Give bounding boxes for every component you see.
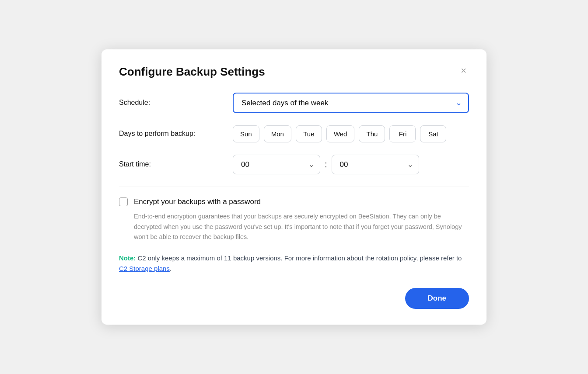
dialog-title: Configure Backup Settings [119,65,265,79]
time-colon: : [325,159,327,170]
minute-select-wrapper: 00 15 30 45 ⌄ [332,155,419,174]
start-time-label: Start time: [119,160,233,168]
close-button[interactable]: × [458,65,469,76]
schedule-label: Schedule: [119,99,233,107]
note-label: Note: [119,254,136,262]
encrypt-description: End-to-end encryption guarantees that yo… [119,211,469,243]
encrypt-checkbox[interactable] [119,197,128,206]
days-label: Days to perform backup: [119,130,233,138]
configure-backup-dialog: Configure Backup Settings × Schedule: Da… [102,49,486,325]
encrypt-section: Encrypt your backups with a password End… [119,197,469,243]
minute-select[interactable]: 00 15 30 45 [332,155,419,174]
divider [119,187,469,187]
days-group: Sun Mon Tue Wed Thu Fri Sat [233,125,469,142]
time-row: 00 01 02 03 04 05 06 07 08 09 10 11 12 1… [233,155,469,174]
day-button-tue[interactable]: Tue [296,125,322,142]
schedule-select[interactable]: Daily Weekly Selected days of the week M… [233,93,469,113]
day-button-thu[interactable]: Thu [359,125,385,142]
days-control: Sun Mon Tue Wed Thu Fri Sat [233,125,469,142]
dialog-footer: Done [119,288,469,309]
encrypt-row: Encrypt your backups with a password [119,197,469,206]
hour-select-wrapper: 00 01 02 03 04 05 06 07 08 09 10 11 12 1… [233,155,320,174]
dialog-header: Configure Backup Settings × [119,65,469,79]
schedule-select-wrapper: Daily Weekly Selected days of the week M… [233,93,469,113]
day-button-wed[interactable]: Wed [326,125,355,142]
c2-storage-link[interactable]: C2 Storage plans [119,265,170,272]
day-button-fri[interactable]: Fri [389,125,416,142]
day-button-sun[interactable]: Sun [233,125,259,142]
schedule-row: Schedule: Daily Weekly Selected days of … [119,93,469,113]
note-suffix: . [170,265,172,272]
day-button-mon[interactable]: Mon [264,125,291,142]
start-time-row: Start time: 00 01 02 03 04 05 06 07 08 0… [119,155,469,174]
note-section: Note: C2 only keeps a maximum of 11 back… [119,253,469,274]
done-button[interactable]: Done [405,288,469,309]
encrypt-label: Encrypt your backups with a password [134,197,261,206]
hour-select[interactable]: 00 01 02 03 04 05 06 07 08 09 10 11 12 1… [233,155,320,174]
days-row: Days to perform backup: Sun Mon Tue Wed … [119,125,469,142]
time-control: 00 01 02 03 04 05 06 07 08 09 10 11 12 1… [233,155,469,174]
schedule-control: Daily Weekly Selected days of the week M… [233,93,469,113]
note-text: C2 only keeps a maximum of 11 backup ver… [136,254,462,262]
day-button-sat[interactable]: Sat [420,125,446,142]
